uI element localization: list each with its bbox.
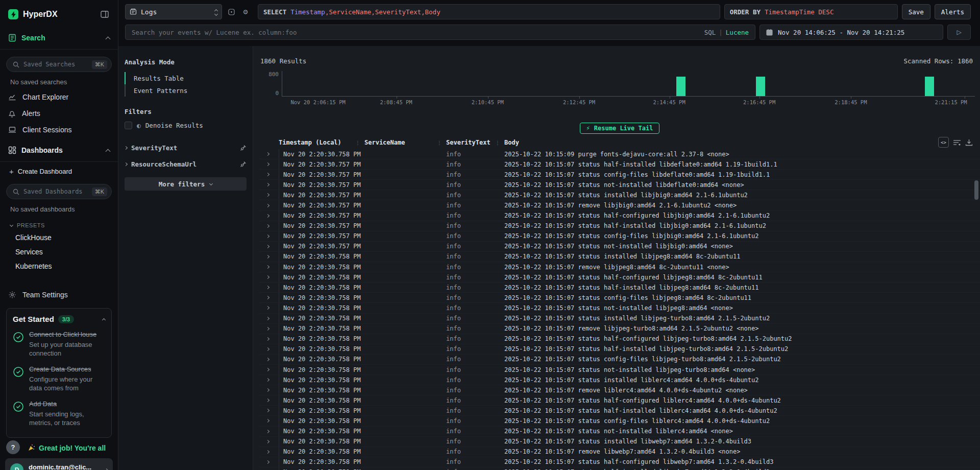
expand-row-icon[interactable] (259, 338, 279, 340)
denoise-results-toggle[interactable]: ◐ Denoise Results (125, 122, 247, 129)
expand-row-icon[interactable] (259, 399, 279, 402)
table-row[interactable]: Nov 20 2:20:30.758 PMinfo2025-10-22 10:1… (259, 375, 980, 385)
expand-row-icon[interactable] (259, 451, 279, 453)
expand-row-icon[interactable] (259, 215, 279, 217)
expand-row-icon[interactable] (259, 307, 279, 309)
expand-row-icon[interactable] (259, 379, 279, 381)
select-clause-input[interactable]: SELECT Timestamp,ServiceName,SeverityTex… (258, 4, 720, 19)
expand-row-icon[interactable] (259, 348, 279, 350)
table-row[interactable]: Nov 20 2:20:30.757 PMinfo2025-10-22 10:1… (259, 159, 980, 170)
sidebar-item-alerts[interactable]: Alerts (0, 105, 118, 122)
chevron-up-icon[interactable] (102, 318, 106, 322)
expand-row-icon[interactable] (259, 461, 279, 463)
table-row[interactable]: Nov 20 2:20:30.758 PMinfo2025-10-22 10:1… (259, 303, 980, 313)
expand-row-icon[interactable] (259, 296, 279, 299)
chevron-up-icon[interactable] (106, 36, 111, 41)
expand-row-icon[interactable] (259, 194, 279, 196)
expand-row-icon[interactable] (259, 440, 279, 443)
histogram-bar[interactable] (676, 77, 685, 96)
table-row[interactable]: Nov 20 2:20:30.757 PMinfo2025-10-22 10:1… (259, 170, 980, 180)
sidebar-item-client-sessions[interactable]: Client Sessions (0, 122, 118, 138)
table-row[interactable]: Nov 20 2:20:30.758 PMinfo2025-10-22 10:1… (259, 437, 980, 447)
expand-row-icon[interactable] (259, 255, 279, 258)
wrap-lines-icon[interactable] (953, 139, 961, 146)
create-dashboard-button[interactable]: + Create Dashboard (0, 162, 118, 177)
table-row[interactable]: Nov 20 2:20:30.758 PMinfo2025-10-22 10:1… (259, 427, 980, 437)
filter-group-resourceschemaurl[interactable]: ResourceSchemaUrl (125, 156, 247, 172)
table-row[interactable]: Nov 20 2:20:30.757 PMinfo2025-10-22 10:1… (259, 231, 980, 242)
col-severitytext[interactable]: SeverityText (446, 139, 491, 146)
table-row[interactable]: Nov 20 2:20:30.757 PMinfo2025-10-22 10:1… (259, 190, 980, 200)
table-row[interactable]: Nov 20 2:20:30.758 PMinfo2025-10-22 10:1… (259, 324, 980, 334)
table-row[interactable]: Nov 20 2:20:30.758 PMinfo2025-10-22 10:1… (259, 334, 980, 344)
more-filters-button[interactable]: More filters (125, 177, 247, 191)
histogram-bar[interactable] (925, 77, 934, 96)
table-row[interactable]: Nov 20 2:20:30.758 PMinfo2025-10-22 10:1… (259, 385, 980, 395)
expand-row-icon[interactable] (259, 409, 279, 412)
date-range-picker[interactable]: Nov 20 14:06:25 - Nov 20 14:21:25 (760, 25, 943, 40)
table-row[interactable]: Nov 20 2:20:30.757 PMinfo2025-10-22 10:1… (259, 180, 980, 190)
expand-row-icon[interactable] (259, 327, 279, 330)
pin-icon[interactable] (240, 161, 247, 168)
expand-row-icon[interactable] (259, 235, 279, 238)
expand-row-icon[interactable] (259, 266, 279, 268)
expand-row-icon[interactable] (259, 225, 279, 227)
source-select[interactable]: Logs (125, 4, 222, 19)
histogram-bar[interactable] (756, 77, 765, 96)
table-row[interactable]: Nov 20 2:20:30.758 PMinfo2025-10-22 10:1… (259, 344, 980, 355)
table-row[interactable]: Nov 20 2:20:30.758 PMinfo2025-10-22 10:1… (259, 262, 980, 272)
save-button[interactable]: Save (902, 4, 930, 19)
expand-row-icon[interactable] (259, 286, 279, 289)
table-row[interactable]: Nov 20 2:20:30.758 PMinfo2025-10-22 10:1… (259, 272, 980, 283)
event-search-input[interactable]: Search your events w/ Lucene ex. column:… (125, 25, 755, 40)
table-row[interactable]: Nov 20 2:20:30.758 PMinfo2025-10-22 10:1… (259, 283, 980, 293)
table-row[interactable]: Nov 20 2:20:30.758 PMinfo2025-10-22 10:1… (259, 365, 980, 375)
column-config-icon[interactable]: <> (938, 137, 949, 148)
expand-row-icon[interactable] (259, 358, 279, 361)
sidebar-section-dashboards[interactable]: Dashboards (0, 139, 118, 162)
sidebar-section-search[interactable]: Search (0, 27, 118, 50)
expand-row-icon[interactable] (259, 173, 279, 176)
expand-row-icon[interactable] (259, 245, 279, 248)
download-icon[interactable] (965, 139, 973, 146)
pin-icon[interactable] (240, 145, 247, 151)
expand-row-icon[interactable] (259, 276, 279, 278)
presets-header[interactable]: PRESETS (0, 216, 118, 230)
settings-gear-icon[interactable]: ⚙ (240, 7, 251, 17)
saved-dashboards-input[interactable]: Saved Dashboards ⌘K (6, 184, 112, 199)
expand-row-icon[interactable] (259, 419, 279, 422)
sidebar-item-team-settings[interactable]: Team Settings (0, 287, 118, 303)
table-row[interactable]: Nov 20 2:20:30.758 PMinfo2025-10-22 10:1… (259, 457, 980, 467)
col-servicename[interactable]: ServiceName (364, 139, 405, 146)
vertical-scrollbar[interactable] (974, 180, 978, 200)
expand-row-icon[interactable] (259, 389, 279, 391)
alerts-button[interactable]: Alerts (935, 4, 971, 19)
col-body[interactable]: Body (504, 139, 519, 146)
expand-row-icon[interactable] (259, 368, 279, 371)
order-by-input[interactable]: ORDER BY TimestampTime DESC (724, 4, 898, 19)
expand-row-icon[interactable] (259, 204, 279, 207)
table-row[interactable]: Nov 20 2:20:30.758 PMinfo2025-10-22 10:1… (259, 355, 980, 365)
saved-searches-input[interactable]: Saved Searches ⌘K (6, 57, 112, 72)
col-timestamp[interactable]: Timestamp (Local) (279, 139, 341, 146)
table-row[interactable]: Nov 20 2:20:30.757 PMinfo2025-10-22 10:1… (259, 200, 980, 210)
sql-mode-toggle[interactable]: SQL (704, 29, 716, 36)
table-row[interactable]: Nov 20 2:20:30.758 PMinfo2025-10-22 10:1… (259, 416, 980, 426)
lucene-mode-toggle[interactable]: Lucene (726, 29, 749, 36)
table-row[interactable]: Nov 20 2:20:30.757 PMinfo2025-10-22 10:1… (259, 221, 980, 231)
run-query-button[interactable]: ▷ (947, 25, 971, 40)
mode-event-patterns[interactable]: Event Patterns (125, 84, 247, 97)
denoise-checkbox[interactable] (125, 122, 132, 129)
sidebar-item-chart-explorer[interactable]: Chart Explorer (0, 89, 118, 105)
collapse-sidebar-icon[interactable] (100, 9, 110, 19)
expand-row-icon[interactable] (259, 183, 279, 186)
table-row[interactable]: Nov 20 2:20:30.758 PMinfo2025-10-22 10:1… (259, 149, 980, 159)
expand-row-icon[interactable] (259, 317, 279, 320)
table-row[interactable]: Nov 20 2:20:30.757 PMinfo2025-10-22 10:1… (259, 242, 980, 252)
table-row[interactable]: Nov 20 2:20:30.758 PMinfo2025-10-22 10:1… (259, 252, 980, 262)
focus-mode-icon[interactable] (226, 7, 236, 17)
expand-row-icon[interactable] (259, 163, 279, 166)
preset-kubernetes[interactable]: Kubernetes (0, 259, 118, 273)
preset-services[interactable]: Services (0, 245, 118, 259)
table-row[interactable]: Nov 20 2:20:30.758 PMinfo2025-10-22 10:1… (259, 395, 980, 406)
